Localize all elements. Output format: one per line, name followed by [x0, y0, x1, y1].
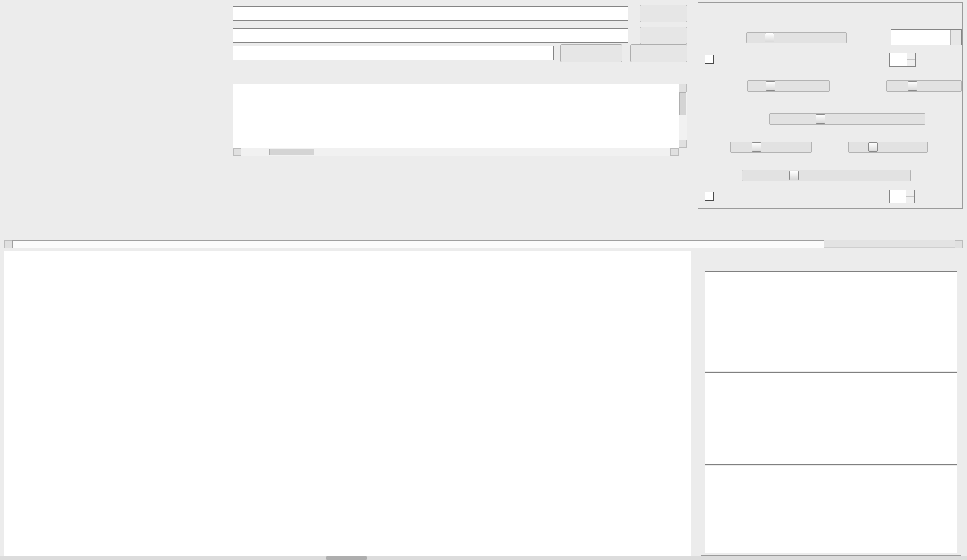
moving-averages-plot — [4, 407, 691, 556]
scroll-right-icon[interactable] — [955, 240, 963, 248]
browse-tables-button[interactable] — [640, 27, 687, 44]
slider-handle[interactable] — [789, 171, 799, 180]
spin-up-icon[interactable] — [906, 190, 914, 197]
slider-handle[interactable] — [908, 81, 917, 91]
method-select[interactable] — [891, 29, 962, 45]
bridge-gaps-spinbox[interactable] — [889, 190, 915, 203]
chevron-down-icon — [950, 30, 961, 45]
chou-fasman-input[interactable] — [233, 28, 628, 43]
sequence-hscrollbar[interactable] — [233, 148, 679, 156]
toolbar — [4, 217, 967, 236]
bottom-scrollbar[interactable] — [0, 556, 967, 560]
alpha-decay-slider[interactable] — [746, 32, 847, 43]
application-window — [0, 0, 967, 560]
sequence-vscrollbar[interactable] — [679, 84, 687, 148]
browse-folder-button[interactable] — [560, 44, 622, 62]
coil-window-slider[interactable] — [769, 113, 925, 125]
chou-fasman-chart — [4, 407, 691, 556]
toolbar-scrollbar[interactable] — [4, 240, 963, 248]
spin-down-icon[interactable] — [906, 197, 914, 203]
slider-handle[interactable] — [765, 33, 774, 42]
coil-thr-slider[interactable] — [742, 170, 911, 181]
stalling-plot — [4, 254, 691, 406]
scroll-up-icon[interactable] — [679, 84, 687, 92]
turn-coil-regions-box[interactable] — [705, 466, 957, 553]
slider-handle[interactable] — [816, 114, 825, 124]
beta-regions-box[interactable] — [705, 372, 957, 465]
scroll-right-icon[interactable] — [670, 148, 679, 156]
spin-up-icon[interactable] — [907, 53, 915, 60]
secondary-structure-panel — [701, 253, 961, 556]
slider-handle[interactable] — [868, 142, 878, 152]
scrollbar-corner — [679, 148, 687, 156]
spin-down-icon[interactable] — [907, 60, 915, 66]
sequence-text — [233, 84, 679, 148]
compare-checkbox[interactable] — [705, 192, 714, 201]
alpha-thr-slider[interactable] — [730, 142, 812, 153]
vscroll-thumb[interactable] — [679, 92, 686, 115]
scroll-down-icon[interactable] — [679, 140, 687, 148]
alpha-regions-box[interactable] — [705, 271, 957, 371]
stalling-profiles-chart — [4, 254, 691, 406]
clear-button[interactable] — [630, 44, 687, 62]
alpha-window-slider[interactable] — [747, 80, 830, 92]
hscroll-thumb[interactable] — [269, 149, 314, 155]
parameters-panel — [698, 2, 963, 209]
slider-handle[interactable] — [752, 142, 761, 152]
beta-thr-slider[interactable] — [848, 142, 928, 153]
browse-stalling-button[interactable] — [640, 5, 687, 22]
beta-window-slider[interactable] — [886, 80, 962, 92]
stalling-prob-input[interactable] — [233, 6, 628, 21]
mlp-folder-input[interactable] — [233, 46, 554, 60]
sequence-textarea[interactable] — [233, 84, 687, 156]
toolbar-scroll-thumb[interactable] — [12, 240, 824, 248]
scroll-left-icon[interactable] — [233, 148, 241, 156]
shift-spinbox[interactable] — [889, 53, 916, 67]
normalize-checkbox[interactable] — [705, 55, 714, 64]
scroll-left-icon[interactable] — [4, 240, 12, 248]
bottom-scroll-thumb[interactable] — [326, 556, 367, 560]
slider-handle[interactable] — [766, 81, 775, 91]
